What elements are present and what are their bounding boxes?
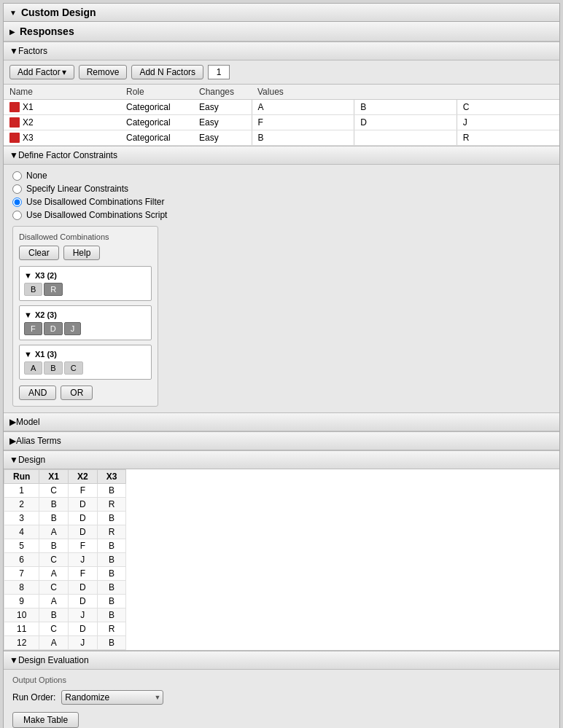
run-order-row: Run Order: Randomize Keep Sort	[12, 690, 551, 705]
factor-changes-cell: Easy	[193, 130, 252, 146]
design-cell-3: B	[97, 595, 126, 608]
table-row: 7AFB	[4, 567, 126, 581]
design-col-x1: X1	[39, 470, 69, 484]
table-row: 5BFB	[4, 539, 126, 553]
design-cell-1: B	[39, 512, 69, 525]
add-n-factors-button[interactable]: Add N Factors	[131, 65, 203, 79]
table-row: 1CFB	[4, 484, 126, 498]
run-order-select[interactable]: Randomize Keep Sort	[61, 690, 163, 705]
x3-val-b[interactable]: B	[24, 283, 42, 296]
or-button[interactable]: OR	[61, 385, 93, 400]
design-cell-3: R	[97, 525, 126, 539]
output-options-label: Output Options	[12, 676, 551, 684]
factor-icon	[9, 133, 20, 143]
responses-triangle-icon: ▶	[9, 28, 15, 36]
constraints-radio-group: None Specify Linear Constraints Use Disa…	[12, 171, 551, 220]
table-row: X2 Categorical Easy F D J	[4, 115, 559, 130]
design-cell-3: R	[97, 498, 126, 512]
x2-val-d[interactable]: D	[44, 322, 63, 335]
design-cell-3: B	[97, 553, 126, 567]
make-table-button[interactable]: Make Table	[12, 712, 79, 728]
disallowed-combinations-box: Disallowed Combinations Clear Help ▼ X3 …	[12, 226, 158, 407]
factors-section-header[interactable]: ▼ Factors	[4, 42, 559, 60]
x1-filter-values: A B C	[24, 361, 147, 375]
design-cell-3: B	[97, 608, 126, 622]
table-row: 12AJB	[4, 636, 126, 650]
radio-disallowed-script[interactable]: Use Disallowed Combinations Script	[12, 210, 551, 220]
n-factors-input[interactable]	[208, 65, 230, 79]
x1-val-a[interactable]: A	[24, 361, 42, 375]
design-section-header[interactable]: ▼ Design	[4, 451, 559, 469]
x2-val-f[interactable]: F	[24, 322, 42, 335]
radio-filter-input[interactable]	[12, 197, 22, 207]
x1-val-b[interactable]: B	[44, 361, 62, 375]
constraints-section-header[interactable]: ▼ Define Factor Constraints	[4, 146, 559, 165]
radio-script-label: Use Disallowed Combinations Script	[26, 210, 167, 220]
design-cell-0: 10	[4, 608, 39, 622]
radio-none[interactable]: None	[12, 171, 551, 181]
radio-linear[interactable]: Specify Linear Constraints	[12, 184, 551, 194]
factor-role-cell: Categorical	[120, 130, 193, 146]
design-table-wrapper: Run X1 X2 X3 1CFB2BDR3BDB4ADR5BFB6CJB7AF…	[4, 469, 559, 651]
x1-filter-box: ▼ X1 (3) A B C	[19, 345, 152, 380]
design-cell-0: 1	[4, 484, 39, 498]
x3-collapse-icon: ▼	[24, 271, 32, 280]
col-role: Role	[120, 85, 193, 100]
alias-terms-label: Alias Terms	[16, 436, 61, 446]
and-button[interactable]: AND	[19, 385, 56, 400]
help-button[interactable]: Help	[63, 246, 101, 260]
design-cell-2: F	[69, 567, 98, 581]
collapse-triangle-icon: ▼	[9, 9, 17, 17]
table-row: X3 Categorical Easy B R	[4, 130, 559, 146]
x1-val-c[interactable]: C	[64, 361, 83, 375]
x3-filter-label: X3 (2)	[35, 271, 57, 280]
x3-val-r[interactable]: R	[44, 283, 63, 296]
design-eval-header[interactable]: ▼ Design Evaluation	[4, 651, 559, 670]
design-cell-2: D	[69, 595, 98, 608]
factor-name-cell: X3	[4, 130, 120, 146]
radio-none-label: None	[26, 171, 47, 181]
responses-section-header[interactable]: ▶ Responses	[4, 22, 559, 42]
radio-disallowed-filter[interactable]: Use Disallowed Combinations Filter	[12, 197, 551, 207]
x2-filter-box: ▼ X2 (3) F D J	[19, 305, 152, 340]
x1-collapse-icon: ▼	[24, 350, 32, 359]
x2-val-j[interactable]: J	[64, 322, 82, 335]
table-row: 3BDB	[4, 512, 126, 525]
factor-icon	[9, 117, 20, 128]
radio-none-input[interactable]	[12, 171, 22, 181]
design-cell-1: B	[39, 539, 69, 553]
radio-script-input[interactable]	[12, 211, 22, 220]
factors-table: Name Role Changes Values X1 Categorical …	[4, 85, 559, 146]
alias-terms-section-header[interactable]: ▶ Alias Terms	[4, 432, 559, 450]
constraints-label: Define Factor Constraints	[18, 150, 117, 160]
design-cell-2: D	[69, 498, 98, 512]
custom-design-header[interactable]: ▼ Custom Design	[4, 4, 559, 22]
run-order-select-wrapper: Randomize Keep Sort	[61, 690, 163, 705]
design-cell-0: 3	[4, 512, 39, 525]
design-cell-1: A	[39, 636, 69, 650]
design-cell-3: B	[97, 539, 126, 553]
model-section-header[interactable]: ▶ Model	[4, 413, 559, 431]
design-table: Run X1 X2 X3 1CFB2BDR3BDB4ADR5BFB6CJB7AF…	[4, 469, 126, 650]
design-cell-0: 7	[4, 567, 39, 581]
table-row: 2BDR	[4, 498, 126, 512]
remove-button[interactable]: Remove	[79, 65, 128, 79]
radio-linear-input[interactable]	[12, 184, 22, 194]
design-cell-2: J	[69, 636, 98, 650]
factor-changes-cell: Easy	[193, 100, 252, 115]
model-triangle-icon: ▶	[9, 417, 16, 427]
design-cell-2: J	[69, 553, 98, 567]
design-cell-2: D	[69, 525, 98, 539]
disallowed-action-buttons: Clear Help	[19, 246, 152, 260]
responses-label: Responses	[20, 26, 74, 37]
design-col-x2: X2	[69, 470, 98, 484]
factor-changes-cell: Easy	[193, 115, 252, 130]
x2-collapse-icon: ▼	[24, 310, 32, 319]
constraints-content: None Specify Linear Constraints Use Disa…	[4, 165, 559, 412]
add-factor-button[interactable]: Add Factor ▾	[9, 65, 74, 79]
clear-button[interactable]: Clear	[19, 246, 59, 260]
design-cell-0: 5	[4, 539, 39, 553]
factor-icon	[9, 102, 20, 112]
design-eval-triangle-icon: ▼	[9, 655, 18, 665]
factors-table-wrapper: Name Role Changes Values X1 Categorical …	[4, 85, 559, 146]
